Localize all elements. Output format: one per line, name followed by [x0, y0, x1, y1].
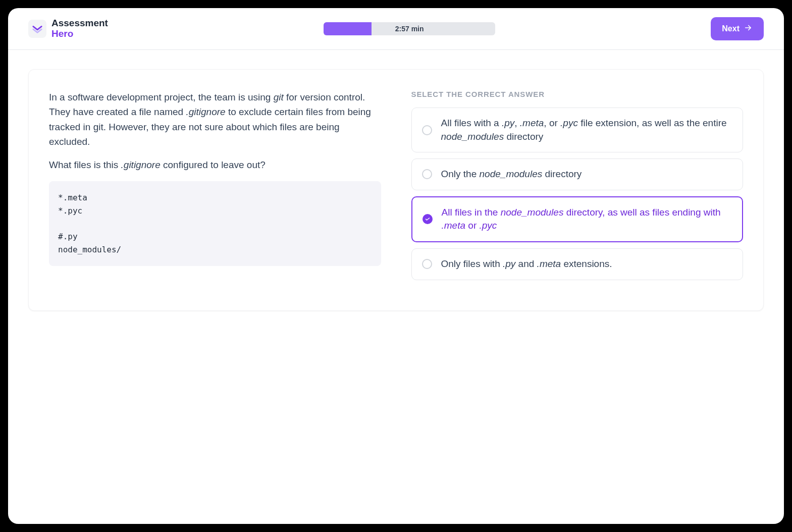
- progress-fill: [324, 22, 372, 35]
- text-fragment: All files with a: [441, 118, 502, 128]
- text-fragment: .py: [502, 118, 514, 128]
- text-fragment: ,: [514, 118, 520, 128]
- radio-indicator: [422, 169, 432, 179]
- option-text: All files in the node_modules directory,…: [442, 206, 732, 233]
- option-text: All files with a .py, .meta, or .pyc fil…: [441, 117, 733, 143]
- answers-heading: SELECT THE CORRECT ANSWER: [411, 90, 744, 98]
- brand-line2: Hero: [51, 29, 108, 39]
- option-text: Only the node_modules directory: [441, 168, 733, 181]
- text-fragment: extensions.: [561, 258, 612, 269]
- text-fragment: .meta: [442, 220, 466, 231]
- header: Assessment Hero 2:57 min Next: [8, 8, 784, 50]
- code-block: *.meta *.pyc #.py node_modules/: [49, 181, 381, 266]
- timer-text: 2:57 min: [395, 25, 424, 33]
- progress-bar: 2:57 min: [324, 22, 495, 35]
- radio-indicator: [423, 214, 433, 224]
- text-fragment: .gitignore: [121, 159, 161, 170]
- option-text: Only files with .py and .meta extensions…: [441, 257, 733, 271]
- options-container: All files with a .py, .meta, or .pyc fil…: [411, 108, 744, 280]
- text-fragment: .pyc: [560, 118, 578, 128]
- text-fragment: directory: [542, 169, 582, 179]
- text-fragment: directory: [504, 131, 543, 142]
- text-fragment: node_modules: [480, 169, 543, 179]
- text-fragment: node_modules: [501, 207, 564, 218]
- text-fragment: All files in the: [442, 207, 501, 218]
- question-block: In a software development project, the t…: [49, 90, 381, 286]
- brand-text: Assessment Hero: [51, 18, 108, 39]
- question-paragraph-2: What files is this .gitignore configured…: [49, 157, 381, 172]
- text-fragment: .py: [503, 258, 515, 269]
- radio-indicator: [422, 125, 432, 135]
- next-button[interactable]: Next: [711, 17, 764, 40]
- arrow-right-icon: [744, 23, 753, 34]
- logo: Assessment Hero: [28, 18, 108, 39]
- answer-option-2[interactable]: All files in the node_modules directory,…: [411, 196, 744, 242]
- text-fragment: Only files with: [441, 258, 503, 269]
- radio-indicator: [422, 259, 432, 269]
- question-paragraph-1: In a software development project, the t…: [49, 90, 381, 149]
- text-fragment: .meta: [520, 118, 544, 128]
- text-fragment: or: [465, 220, 479, 231]
- text-fragment: .meta: [537, 258, 561, 269]
- answers-block: SELECT THE CORRECT ANSWER All files with…: [411, 90, 744, 286]
- text-fragment: What files is this: [49, 159, 121, 170]
- text-fragment: , or: [544, 118, 560, 128]
- text-fragment: In a software development project, the t…: [49, 92, 274, 102]
- answer-option-1[interactable]: Only the node_modules directory: [411, 158, 744, 190]
- answer-option-0[interactable]: All files with a .py, .meta, or .pyc fil…: [411, 108, 744, 152]
- answer-option-3[interactable]: Only files with .py and .meta extensions…: [411, 248, 744, 280]
- question-card: In a software development project, the t…: [28, 69, 764, 311]
- text-fragment: and: [515, 258, 537, 269]
- text-fragment: Only the: [441, 169, 480, 179]
- app-frame: Assessment Hero 2:57 min Next In a softw…: [8, 8, 784, 524]
- text-fragment: .gitignore: [186, 107, 225, 117]
- brand-icon: [28, 20, 46, 38]
- text-fragment: file extension, as well as the entire: [578, 118, 727, 128]
- text-fragment: node_modules: [441, 131, 504, 142]
- next-button-label: Next: [722, 24, 740, 33]
- text-fragment: git: [274, 92, 284, 102]
- brand-line1: Assessment: [51, 18, 108, 29]
- text-fragment: directory, as well as files ending with: [563, 207, 720, 218]
- text-fragment: .pyc: [479, 220, 497, 231]
- text-fragment: configured to leave out?: [161, 159, 266, 170]
- content: In a software development project, the t…: [8, 50, 784, 330]
